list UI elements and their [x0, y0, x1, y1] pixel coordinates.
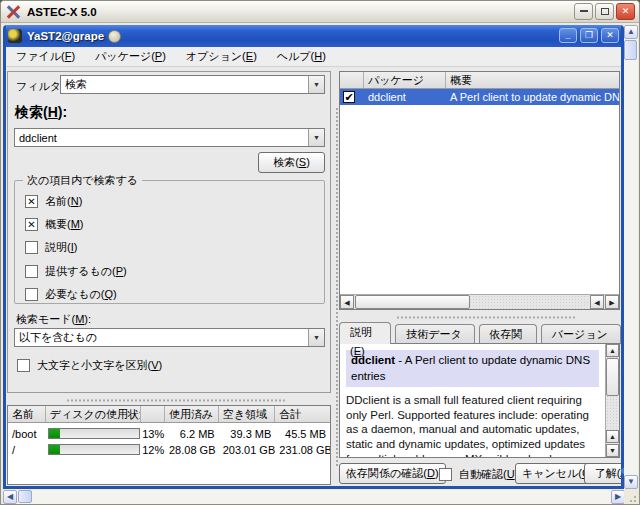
disk-row-root[interactable]: / 12% 28.08 GB 203.01 GB 231.08 GB [8, 442, 330, 458]
scroll-left-icon[interactable]: ◀ [3, 490, 17, 504]
check-dependencies-button[interactable]: 依存関係の確認(D) [339, 463, 446, 484]
left-splitter-handle[interactable] [66, 398, 286, 403]
checkbox-box[interactable] [17, 359, 30, 372]
package-checkbox[interactable] [343, 91, 355, 103]
menubar: ファイル(F) パッケージ(P) オプション(E) ヘルプ(H) [6, 47, 621, 67]
case-sensitive-checkbox[interactable]: 大文字と小文字を区別(V) [17, 358, 162, 373]
col-percent[interactable] [141, 406, 165, 422]
col-summary[interactable]: 概要 [446, 72, 619, 88]
outer-vscroll-thumb[interactable] [624, 40, 637, 60]
tab-technical-data[interactable]: 技術データ(T) [395, 324, 474, 344]
outer-minimize-button[interactable] [574, 3, 593, 20]
search-mode-value: 以下を含むもの [15, 330, 308, 345]
scroll-right-icon[interactable]: ▶ [605, 295, 619, 309]
search-in-group-title: 次の項目内で検索する [23, 173, 142, 188]
disk-percent: 12% [141, 444, 165, 456]
outer-maximize-button[interactable] [595, 3, 614, 20]
mount-point: /boot [8, 428, 46, 440]
search-mode-combobox[interactable]: 以下を含むもの ▼ [14, 328, 325, 347]
checkbox-box[interactable] [25, 265, 38, 278]
scroll-left-icon[interactable]: ◀ [340, 295, 354, 309]
scroll-up-icon[interactable]: ▲ [624, 25, 638, 39]
filter-combobox[interactable]: 検索 ▼ [60, 75, 325, 94]
package-name: ddclient [364, 91, 446, 103]
menu-package[interactable]: パッケージ(P) [93, 47, 168, 66]
scroll-down-icon[interactable]: ▼ [624, 475, 638, 489]
checkbox-box[interactable] [25, 218, 38, 231]
disk-total: 45.5 MB [275, 428, 330, 440]
disk-table-header[interactable]: 名前 ディスクの使用状況 使用済み 空き領域 合計 [8, 406, 330, 423]
outer-hscrollbar[interactable]: ◀ ▶ [3, 490, 625, 504]
outer-hscroll-thumb[interactable] [18, 490, 32, 503]
checkbox-box[interactable] [439, 468, 452, 481]
accept-button[interactable]: 了解(A) [584, 463, 624, 484]
package-title-highlight: ddclient - A Perl client to update dynam… [346, 350, 599, 387]
col-name[interactable]: 名前 [8, 406, 46, 422]
col-free[interactable]: 空き領域 [219, 406, 276, 422]
right-splitter-handle[interactable] [396, 315, 576, 320]
detail-tabs: 説明(E) 技術データ(T) 依存関係 バージョン(V) [339, 322, 621, 344]
outer-vscrollbar[interactable]: ▲ ▼ [624, 25, 638, 489]
chevron-down-icon[interactable]: ▼ [308, 129, 324, 146]
search-button[interactable]: 検索(S) [258, 152, 325, 173]
checkbox-box[interactable] [25, 241, 38, 254]
chevron-down-icon[interactable]: ▼ [308, 329, 324, 346]
checkbox-requires[interactable]: 必要なもの(Q) [25, 287, 117, 302]
tab-description[interactable]: 説明(E) [339, 322, 391, 344]
checkbox-label: 説明(I) [45, 240, 77, 255]
scroll-up-icon[interactable]: ▲ [606, 344, 619, 357]
col-package[interactable]: パッケージ [364, 72, 446, 88]
inner-minimize-button[interactable]: _ [559, 28, 577, 43]
inner-restore-button[interactable]: ❐ [580, 28, 598, 43]
scroll-down-icon[interactable]: ▼ [606, 444, 619, 457]
col-total[interactable]: 合計 [275, 406, 330, 422]
checkbox-label: 提供するもの(P) [45, 264, 127, 279]
checkbox-box[interactable] [25, 288, 38, 301]
checkbox-description[interactable]: 説明(I) [25, 240, 77, 255]
inner-titlebar[interactable]: YaST2@grape _ ❐ ✕ [3, 25, 624, 47]
search-input-value: ddclient [15, 132, 308, 144]
chevron-down-icon[interactable]: ▼ [308, 76, 324, 93]
package-summary: A Perl client to update dynamic DNS entr… [446, 91, 619, 103]
checkbox-summary[interactable]: 概要(M) [25, 217, 84, 232]
scroll-up-icon[interactable]: ▲ [606, 430, 619, 443]
disk-usage-table: 名前 ディスクの使用状況 使用済み 空き領域 合計 /boot 13% 6.2 … [7, 405, 331, 485]
checkbox-label: 名前(N) [45, 194, 82, 209]
checkbox-name[interactable]: 名前(N) [25, 194, 82, 209]
package-description-text: DDclient is a small full featured client… [346, 393, 599, 458]
menu-file[interactable]: ファイル(F) [14, 47, 77, 66]
maximize-icon [601, 8, 609, 15]
checkbox-box[interactable] [25, 195, 38, 208]
package-table-hscrollbar[interactable]: ◀ ◀ ▶ [340, 294, 619, 309]
vscroll-thumb[interactable] [606, 358, 619, 396]
astec-x-logo-icon [5, 5, 21, 19]
col-check[interactable] [340, 72, 364, 88]
checkbox-provides[interactable]: 提供するもの(P) [25, 264, 127, 279]
resize-grip[interactable] [624, 490, 638, 504]
yast2-client-area: ファイル(F) パッケージ(P) オプション(E) ヘルプ(H) フィルタ(L)… [6, 47, 621, 486]
col-usage[interactable]: ディスクの使用状況 [46, 406, 141, 422]
inner-close-button[interactable]: ✕ [601, 28, 619, 43]
close-icon: ✕ [622, 6, 630, 16]
menu-help[interactable]: ヘルプ(H) [275, 47, 328, 66]
tab-dependencies[interactable]: 依存関係 [479, 324, 537, 344]
hscroll-thumb[interactable] [355, 295, 470, 309]
outer-close-button[interactable]: ✕ [616, 3, 635, 20]
outer-titlebar[interactable]: ASTEC-X 5.0 ✕ [1, 1, 639, 23]
disk-row-boot[interactable]: /boot 13% 6.2 MB 39.3 MB 45.5 MB [8, 426, 330, 442]
package-row-ddclient[interactable]: ddclient A Perl client to update dynamic… [340, 89, 619, 105]
disk-used: 28.08 GB [165, 444, 219, 456]
description-vscrollbar[interactable]: ▲ ▲ ▼ [605, 344, 619, 457]
package-table-header[interactable]: パッケージ 概要 [340, 72, 619, 89]
auto-check-checkbox[interactable]: 自動確認(U) [439, 467, 518, 482]
scroll-left-icon[interactable]: ◀ [590, 295, 604, 309]
description-pane: ddclient - A Perl client to update dynam… [339, 343, 620, 458]
tab-versions[interactable]: バージョン(V) [541, 324, 621, 344]
scroll-right-icon[interactable]: ▶ [611, 490, 625, 504]
mount-point: / [8, 444, 46, 456]
disk-percent: 13% [141, 428, 165, 440]
col-used[interactable]: 使用済み [165, 406, 219, 422]
search-input-combobox[interactable]: ddclient ▼ [14, 128, 325, 147]
menu-options[interactable]: オプション(E) [184, 47, 259, 66]
busy-globe-icon [108, 30, 121, 43]
